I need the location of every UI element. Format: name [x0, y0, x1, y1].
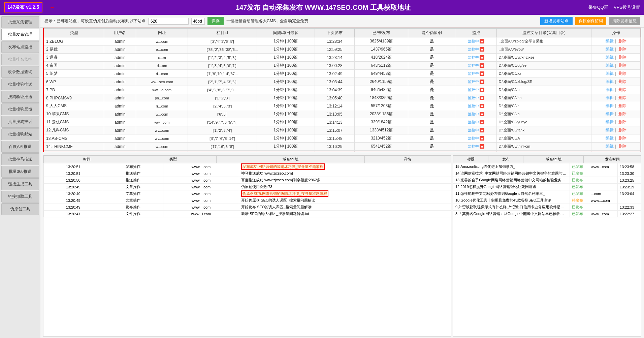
table-cell[interactable]: D:\桌面/CJ/xx: [496, 70, 591, 78]
monitor-icon[interactable]: ■: [480, 47, 484, 52]
delete-link[interactable]: 删除: [618, 95, 626, 100]
edit-link[interactable]: 编辑: [606, 39, 614, 43]
table-cell[interactable]: 监控中■: [456, 45, 496, 54]
table-cell[interactable]: D:\桌面/CJ/yunyo: [496, 118, 591, 126]
monitor-icon[interactable]: ■: [480, 55, 484, 60]
table-cell[interactable]: 监控中■: [456, 37, 496, 45]
table-cell[interactable]: D:\桌面/CJ/fank: [496, 126, 591, 134]
delete-link[interactable]: 删除: [618, 120, 626, 124]
pseudo-token-input[interactable]: [148, 18, 189, 25]
table-cell[interactable]: 监控中■: [456, 118, 496, 126]
sidebar-item-14[interactable]: 链接抓取工具: [1, 191, 39, 203]
edit-link[interactable]: 编辑: [606, 63, 614, 68]
table-cell[interactable]: D:\桌面/CJ/thinkcm: [496, 143, 591, 151]
table-cell[interactable]: D:\桌面/CJ/p: [496, 86, 591, 94]
delete-link[interactable]: 删除: [618, 128, 626, 132]
monitor-icon[interactable]: ■: [480, 112, 484, 116]
table-cell[interactable]: 编辑 | 删除: [591, 94, 641, 102]
delete-link[interactable]: 删除: [618, 79, 626, 84]
edit-link[interactable]: 编辑: [606, 47, 614, 52]
delete-link[interactable]: 删除: [618, 152, 626, 152]
table-cell[interactable]: 编辑 | 删除: [591, 151, 641, 153]
table-cell[interactable]: 编辑 | 删除: [591, 62, 641, 70]
table-cell[interactable]: ..桌面/CJ/zblog/全平台采集: [496, 37, 591, 45]
table-cell[interactable]: 监控中■: [456, 110, 496, 118]
table-cell[interactable]: 监控中■: [456, 151, 496, 153]
table-cell[interactable]: 编辑 | 删除: [591, 54, 641, 62]
save-button[interactable]: 保存: [207, 17, 224, 25]
sidebar-item-13[interactable]: 链接生成工具: [1, 178, 39, 190]
sidebar-item-10[interactable]: 百度API推送: [1, 141, 39, 153]
sidebar-item-5[interactable]: 批量搜狗推送: [1, 79, 39, 90]
edit-link[interactable]: 编辑: [606, 120, 614, 124]
delete-link[interactable]: 删除: [618, 103, 626, 108]
table-cell[interactable]: 编辑 | 删除: [591, 102, 641, 110]
table-cell[interactable]: 监控中■: [456, 86, 496, 94]
table-cell[interactable]: D:\桌面/CJ/souwa: [496, 151, 591, 153]
delete-link[interactable]: 删除: [618, 112, 626, 116]
table-cell[interactable]: 监控中■: [456, 62, 496, 70]
table-cell[interactable]: ..桌面/CJ/eyou/: [496, 45, 591, 54]
table-cell[interactable]: D:\桌面/CJ/vr/xr-zjxse: [496, 54, 591, 62]
monitor-icon[interactable]: ■: [480, 144, 484, 149]
edit-link[interactable]: 编辑: [606, 71, 614, 76]
table-cell[interactable]: 监控中■: [456, 78, 496, 86]
table-cell[interactable]: 编辑 | 删除: [591, 118, 641, 126]
sidebar-item-2[interactable]: 发布站点监控: [1, 41, 39, 53]
table-cell[interactable]: D:\桌面/CJ/zblog/SE: [496, 78, 591, 86]
delete-link[interactable]: 删除: [618, 47, 626, 52]
table-cell[interactable]: 编辑 | 删除: [591, 143, 641, 151]
monitor-icon[interactable]: ■: [480, 71, 484, 76]
monitor-icon[interactable]: ■: [480, 63, 484, 68]
edit-link[interactable]: 编辑: [606, 152, 614, 152]
table-cell[interactable]: 编辑 | 删除: [591, 110, 641, 118]
edit-link[interactable]: 编辑: [606, 79, 614, 84]
monitor-icon[interactable]: ■: [480, 39, 484, 43]
table-cell[interactable]: D:\桌面/CJ/dg/se: [496, 62, 591, 70]
sidebar-item-6[interactable]: 搜狗验证推送: [1, 91, 39, 103]
table-cell[interactable]: 监控中■: [456, 54, 496, 62]
edit-link[interactable]: 编辑: [606, 87, 614, 92]
monitor-icon[interactable]: ■: [480, 104, 484, 108]
sidebar-item-12[interactable]: 批量360推送: [1, 166, 39, 178]
table-cell[interactable]: 编辑 | 删除: [591, 70, 641, 78]
monitor-icon[interactable]: ■: [480, 128, 484, 132]
monitor-icon[interactable]: ■: [480, 96, 484, 100]
sidebar-item-0[interactable]: 批量采集管理: [1, 16, 39, 28]
table-cell[interactable]: 监控中■: [456, 134, 496, 143]
table-cell[interactable]: 编辑 | 删除: [591, 37, 641, 45]
right-scroll[interactable]: 15.Amazonlisting强化进上加强形力_已发布www...com13:…: [453, 163, 641, 336]
sidebar-item-11[interactable]: 批量神马推送: [1, 153, 39, 165]
edit-link[interactable]: 编辑: [606, 128, 614, 132]
edit-link[interactable]: 编辑: [606, 136, 614, 141]
edit-link[interactable]: 编辑: [606, 103, 614, 108]
sidebar-item-9[interactable]: 批量搜狗邮站: [1, 128, 39, 140]
table-cell[interactable]: 监控中■: [456, 143, 496, 151]
table-cell[interactable]: D:\桌面/CJ/r: [496, 102, 591, 110]
pseudo-save-button[interactable]: 伪原创保留词: [575, 17, 606, 25]
delete-link[interactable]: 删除: [618, 63, 626, 68]
edit-link[interactable]: 编辑: [606, 55, 614, 60]
sidebar-item-1[interactable]: 批量发布管理: [1, 29, 39, 40]
monitor-icon[interactable]: ■: [480, 136, 484, 141]
sidebar-item-4[interactable]: 收录数据查询: [1, 66, 39, 78]
table-cell[interactable]: 编辑 | 删除: [591, 45, 641, 54]
table-cell[interactable]: 监控中■: [456, 126, 496, 134]
table-cell[interactable]: D:\桌面/CJ/p: [496, 110, 591, 118]
table-cell[interactable]: D:\桌面/CJ/ph: [496, 94, 591, 102]
table-cell[interactable]: 编辑 | 删除: [591, 126, 641, 134]
log-scroll[interactable]: 13:20:51发布操作www....com发布成功:网络营销的吸睛坏习惯_搜寻…: [43, 163, 451, 336]
pseudo-token-input2[interactable]: [191, 18, 205, 25]
edit-link[interactable]: 编辑: [606, 112, 614, 116]
sidebar-item-7[interactable]: 批量搜狗反馈: [1, 103, 39, 115]
delete-link[interactable]: 删除: [618, 144, 626, 149]
qq-group-link[interactable]: 采集QQ群: [588, 4, 608, 10]
table-cell[interactable]: 编辑 | 删除: [591, 86, 641, 94]
table-cell[interactable]: 编辑 | 删除: [591, 134, 641, 143]
monitor-icon[interactable]: ■: [480, 88, 484, 92]
edit-link[interactable]: 编辑: [606, 144, 614, 149]
delete-link[interactable]: 删除: [618, 136, 626, 141]
table-cell[interactable]: 监控中■: [456, 102, 496, 110]
table-cell[interactable]: D:\桌面/CJ/A: [496, 134, 591, 143]
sidebar-item-8[interactable]: 批量搜狗投诉: [1, 116, 39, 128]
